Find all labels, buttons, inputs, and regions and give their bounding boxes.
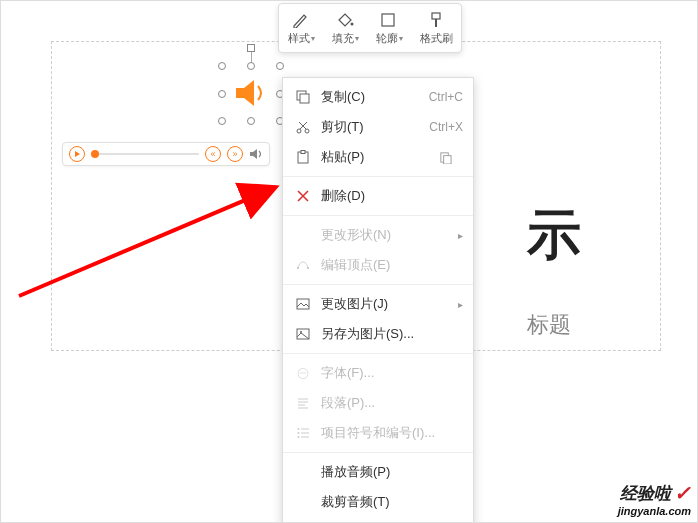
floating-format-toolbar: 样式▾ 填充▾ 轮廓▾ 格式刷 xyxy=(278,3,462,53)
menu-cut[interactable]: 剪切(T) Ctrl+X xyxy=(283,112,473,142)
menu-bullets-label: 项目符号和编号(I)... xyxy=(321,424,463,442)
pencil-icon xyxy=(291,11,311,29)
resize-handle-tl[interactable] xyxy=(218,62,226,70)
submenu-arrow-icon: ▸ xyxy=(458,230,463,241)
svg-point-17 xyxy=(298,428,300,430)
font-icon: ㊀ xyxy=(293,365,313,382)
copy-icon xyxy=(293,90,313,104)
resize-handle-bl[interactable] xyxy=(218,117,226,125)
menu-play-audio[interactable]: 播放音频(P) xyxy=(283,457,473,487)
menu-cut-shortcut: Ctrl+X xyxy=(429,120,463,134)
watermark: 经验啦✓ jingyanla.com xyxy=(618,482,691,518)
resize-handle-tm[interactable] xyxy=(247,62,255,70)
svg-rect-2 xyxy=(432,13,440,19)
rotate-handle[interactable] xyxy=(247,44,255,52)
menu-trim-audio[interactable]: 裁剪音频(T) xyxy=(283,487,473,517)
slide-subtitle-fragment: 标题 xyxy=(527,310,571,340)
close-icon xyxy=(293,190,313,202)
svg-rect-12 xyxy=(297,267,299,269)
slide-title-fragment: 示 xyxy=(527,199,581,272)
menu-play-audio-label: 播放音频(P) xyxy=(321,463,463,481)
menu-paragraph-label: 段落(P)... xyxy=(321,394,463,412)
menu-bullets: 项目符号和编号(I)... xyxy=(283,418,473,448)
menu-font-label: 字体(F)... xyxy=(321,364,463,382)
menu-change-shape: 更改形状(N) ▸ xyxy=(283,220,473,250)
volume-icon[interactable] xyxy=(249,147,263,161)
menu-delete[interactable]: 删除(D) xyxy=(283,181,473,211)
menu-save-as-picture[interactable]: 另存为图片(S)... xyxy=(283,319,473,349)
menu-font: ㊀ 字体(F)... xyxy=(283,358,473,388)
picture-icon xyxy=(293,297,313,311)
menu-save-as-picture-label: 另存为图片(S)... xyxy=(321,325,463,343)
context-menu: 复制(C) Ctrl+C 剪切(T) Ctrl+X 粘贴(P) 删除(D) 更改… xyxy=(282,77,474,523)
svg-rect-11 xyxy=(443,155,450,163)
menu-audio-to-text[interactable]: 音频转文字(Q) xyxy=(283,517,473,523)
paragraph-icon xyxy=(293,396,313,410)
menu-change-shape-label: 更改形状(N) xyxy=(321,226,454,244)
paste-options-icon[interactable] xyxy=(435,151,455,164)
svg-rect-1 xyxy=(382,14,394,26)
submenu-arrow-icon: ▸ xyxy=(458,299,463,310)
menu-paste[interactable]: 粘贴(P) xyxy=(283,142,473,172)
chevron-down-icon: ▾ xyxy=(399,34,403,43)
prev-button[interactable]: « xyxy=(205,146,221,162)
play-icon xyxy=(75,151,80,157)
resize-handle-ml[interactable] xyxy=(218,90,226,98)
watermark-url: jingyanla.com xyxy=(618,505,691,518)
menu-change-picture[interactable]: 更改图片(J) ▸ xyxy=(283,289,473,319)
audio-track[interactable] xyxy=(91,153,199,155)
svg-rect-13 xyxy=(307,267,309,269)
edit-points-icon xyxy=(293,258,313,272)
svg-point-7 xyxy=(305,129,309,133)
menu-edit-points-label: 编辑顶点(E) xyxy=(321,256,463,274)
menu-copy-label: 复制(C) xyxy=(321,88,429,106)
svg-rect-14 xyxy=(297,299,309,309)
menu-trim-audio-label: 裁剪音频(T) xyxy=(321,493,463,511)
svg-point-18 xyxy=(298,432,300,434)
fill-button[interactable]: 填充▾ xyxy=(328,9,363,48)
bucket-icon xyxy=(335,11,355,29)
svg-point-0 xyxy=(351,22,354,25)
menu-paste-label: 粘贴(P) xyxy=(321,148,435,166)
format-painter-button[interactable]: 格式刷 xyxy=(416,9,457,48)
chevron-down-icon: ▾ xyxy=(355,34,359,43)
outline-button[interactable]: 轮廓▾ xyxy=(372,9,407,48)
svg-rect-5 xyxy=(300,94,309,103)
style-label: 样式 xyxy=(288,31,310,46)
speaker-icon xyxy=(234,78,266,108)
menu-copy[interactable]: 复制(C) Ctrl+C xyxy=(283,82,473,112)
menu-separator xyxy=(283,215,473,216)
menu-change-picture-label: 更改图片(J) xyxy=(321,295,454,313)
svg-point-19 xyxy=(298,436,300,438)
outline-icon xyxy=(379,11,399,29)
resize-handle-bm[interactable] xyxy=(247,117,255,125)
audio-player-bar: « » xyxy=(62,142,270,166)
audio-object[interactable] xyxy=(222,66,280,121)
outline-label: 轮廓 xyxy=(376,31,398,46)
play-button[interactable] xyxy=(69,146,85,162)
track-thumb[interactable] xyxy=(91,150,99,158)
menu-paragraph: 段落(P)... xyxy=(283,388,473,418)
bullets-icon xyxy=(293,426,313,440)
menu-copy-shortcut: Ctrl+C xyxy=(429,90,463,104)
resize-handle-tr[interactable] xyxy=(276,62,284,70)
style-button[interactable]: 样式▾ xyxy=(284,9,319,48)
format-painter-label: 格式刷 xyxy=(420,31,453,46)
menu-cut-label: 剪切(T) xyxy=(321,118,429,136)
clipboard-icon xyxy=(293,150,313,164)
check-icon: ✓ xyxy=(674,482,691,505)
menu-separator xyxy=(283,452,473,453)
svg-rect-3 xyxy=(435,19,437,27)
menu-separator xyxy=(283,284,473,285)
menu-edit-points: 编辑顶点(E) xyxy=(283,250,473,280)
chevron-down-icon: ▾ xyxy=(311,34,315,43)
menu-separator xyxy=(283,353,473,354)
menu-separator xyxy=(283,176,473,177)
save-picture-icon xyxy=(293,327,313,341)
next-button[interactable]: » xyxy=(227,146,243,162)
paintbrush-icon xyxy=(426,11,446,29)
menu-delete-label: 删除(D) xyxy=(321,187,463,205)
watermark-name: 经验啦 xyxy=(620,484,671,504)
svg-point-6 xyxy=(297,129,301,133)
fill-label: 填充 xyxy=(332,31,354,46)
